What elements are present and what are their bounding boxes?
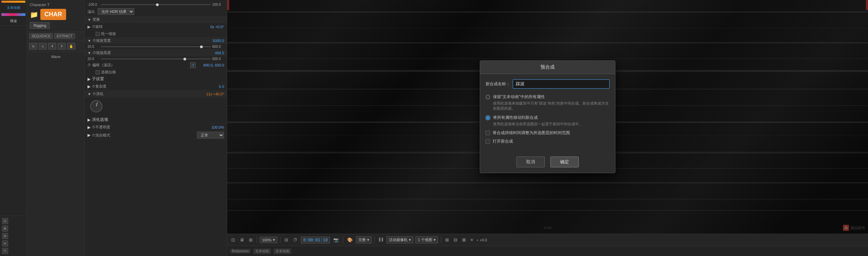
- evolution-options-expand-icon[interactable]: ▶: [87, 117, 91, 122]
- sidebar-item-text-anim[interactable]: 文本动画: [0, 3, 27, 13]
- tool-wave-icon[interactable]: ≋: [29, 43, 37, 50]
- scale-width-track[interactable]: [101, 46, 211, 47]
- toolbar-crop-icon[interactable]: ⊞: [248, 237, 254, 243]
- rigging-button[interactable]: Rigging: [30, 22, 50, 29]
- dialog-option1-sub: 使用此选项来创建其中只有"踩波 纯色"的新中间合成。新合成将成为当前图层的源。: [493, 101, 610, 111]
- blend-mode-expand-icon[interactable]: ▶: [87, 133, 91, 138]
- toolbar-grid4-icon[interactable]: ≡: [469, 237, 475, 243]
- opacity-label: 不透明度: [95, 125, 197, 130]
- toolbar-grid3-icon[interactable]: ⊠: [461, 237, 467, 243]
- opacity-expand-icon[interactable]: ▶: [87, 125, 91, 130]
- view-offset-checkbox[interactable]: [96, 70, 100, 74]
- camera-dropdown[interactable]: 活动摄像机 ▾: [387, 236, 413, 243]
- blend-mode-row: ▶ ⏱ 混合模式 正常: [85, 131, 227, 140]
- dialog-checkbox1[interactable]: [486, 131, 490, 135]
- timeline-item-1[interactable]: Bodymovin: [230, 249, 251, 253]
- dialog-name-input[interactable]: [513, 79, 610, 89]
- transform-arrow-icon: ▼: [87, 18, 91, 22]
- opacity-clock-icon: ⏱: [92, 125, 95, 129]
- dialog-checkbox2[interactable]: [486, 139, 490, 144]
- camera-value: 活动摄像机: [389, 237, 408, 242]
- blend-mode-dropdown[interactable]: 正常: [197, 132, 224, 139]
- cancel-button[interactable]: 取消: [516, 157, 545, 167]
- zoom-dropdown[interactable]: 100% ▾: [260, 237, 277, 243]
- scale-width-section-header[interactable]: ▼ ⏱ 缩放宽度 5000.0: [85, 37, 227, 44]
- quality-chevron-icon: ▾: [367, 238, 369, 242]
- tool-pin2-icon[interactable]: ↟: [58, 43, 66, 50]
- offset-display: + +0.0: [476, 238, 487, 242]
- wave-label: Wave: [30, 55, 82, 59]
- slider-thumb[interactable]: [156, 3, 159, 6]
- toolbar-sep-4: [374, 237, 375, 243]
- dialog-checkbox2-label: 打开新合成: [493, 139, 513, 144]
- scale-height-track[interactable]: [101, 58, 211, 59]
- color-strip-gradient: [1, 13, 25, 16]
- transform-label: 变换: [93, 17, 100, 22]
- main-content: ⊙ icn 预合成 新合成名称：: [227, 0, 868, 256]
- tool-curve-icon[interactable]: ∿: [39, 43, 47, 50]
- tool-grab-icon[interactable]: ✋: [67, 43, 75, 50]
- view-count-value: 1 个视图: [418, 237, 432, 242]
- sub-settings-expand-icon[interactable]: ▶: [87, 77, 91, 81]
- dialog-title: 预合成: [480, 61, 615, 74]
- sidebar-item-noise[interactable]: 噪波: [0, 17, 27, 26]
- evolution-value: 11x +40.0°: [206, 92, 224, 96]
- timeline-item-2[interactable]: 文本动画: [253, 249, 271, 254]
- dialog-option2-row: 将所有属性移动到新合成 使用此选项将当前所选图层一起置于新的中间合成中。: [486, 115, 610, 127]
- timeline-item-3[interactable]: 文本动画: [274, 249, 291, 254]
- scale-height-section-header[interactable]: ▼ ⏱ 缩放高度 488.5: [85, 49, 227, 56]
- scale-width-clock-icon: ⏱: [93, 39, 96, 42]
- quality-dropdown[interactable]: 完整 ▾: [356, 236, 372, 243]
- scale-width-thumb[interactable]: [200, 45, 203, 48]
- unified-scale-checkbox[interactable]: [96, 32, 100, 36]
- complexity-expand-icon[interactable]: ▶: [87, 84, 91, 89]
- evolution-section-header[interactable]: ▼ ⏱ 演化 11x +40.0°: [85, 90, 227, 97]
- wave-section: Wave: [27, 52, 84, 61]
- confirm-button[interactable]: 确定: [550, 157, 579, 167]
- view-count-dropdown[interactable]: 1 个视图 ▾: [415, 236, 438, 243]
- evolution-options-label: 演化选项: [92, 117, 108, 123]
- toolbar-grid1-icon[interactable]: ⊞: [444, 237, 450, 243]
- toolbar-camera-small-icon[interactable]: 📷: [332, 237, 340, 243]
- dialog-footer: 取消 确定: [480, 152, 615, 173]
- toolbar-square-icon[interactable]: ⊡: [230, 237, 236, 243]
- rotate-value: 0x +0.0°: [197, 25, 224, 29]
- toolbar-sep-3: [343, 237, 343, 243]
- dialog-option2-radio[interactable]: [486, 115, 490, 120]
- sidebar-tool-5[interactable]: ✎: [2, 248, 8, 254]
- toolbar-monitor-icon[interactable]: 🖥: [238, 237, 245, 243]
- dialog-option1-text: 保留"文本动画"中的所有属性 使用此选项来创建其中只有"踩波 纯色"的新中间合成…: [493, 94, 610, 111]
- dialog-checkbox2-row: 打开新合成: [486, 139, 610, 144]
- overflow-dropdown[interactable]: 允许 HDR 结果: [98, 8, 134, 15]
- sequence-button[interactable]: SEQUENCE: [29, 33, 53, 39]
- rotate-expand-icon[interactable]: ▶: [87, 24, 91, 29]
- bottom-toolbar: ⊡ 🖥 ⊞ 100% ▾ ⊟ ⏱ 0:00:01:10 📷 🎨 完整 ▾ 🎞 活…: [227, 234, 868, 246]
- sidebar-tool-2[interactable]: ⊞: [2, 225, 8, 232]
- toolbar-palette-icon[interactable]: 🎨: [346, 237, 354, 243]
- toolbar-resize-icon[interactable]: ⊟: [283, 237, 290, 243]
- slider-track[interactable]: [101, 4, 211, 5]
- camera-chevron-icon: ▾: [409, 238, 411, 242]
- evolution-dial[interactable]: [90, 100, 102, 112]
- toolbar-film-icon[interactable]: 🎞: [377, 237, 384, 243]
- evolution-label: 演化: [96, 91, 103, 96]
- scale-height-thumb[interactable]: [183, 58, 186, 60]
- sidebar-tool-4[interactable]: ≋: [2, 240, 8, 246]
- toolbar-grid2-icon[interactable]: ⊟: [452, 237, 459, 243]
- dialog-option1-radio[interactable]: [486, 95, 490, 99]
- toolbar-time-icon[interactable]: ⏱: [292, 237, 299, 243]
- tool-pin1-icon[interactable]: ↟: [48, 43, 56, 50]
- sidebar-tool-1[interactable]: ⊡: [2, 218, 8, 224]
- transform-section-header[interactable]: ▼ 变换: [85, 16, 227, 23]
- sidebar-tool-3[interactable]: ⊟: [2, 233, 8, 239]
- blend-mode-label: 混合模式: [95, 133, 197, 138]
- view-count-chevron-icon: ▾: [434, 238, 436, 242]
- overflow-label: 溢出: [87, 9, 95, 14]
- slider-min: -100.0: [87, 3, 99, 6]
- offset-cycle-btn[interactable]: ↺: [190, 62, 196, 68]
- offset-row: ⏱ 偏移（湍流） ↺ 800.0, 600.0: [85, 61, 227, 69]
- scale-height-value: 488.5: [215, 51, 224, 55]
- extract-button[interactable]: EXTRACT: [54, 33, 75, 39]
- sub-settings-row: ▶ 子设置: [85, 75, 227, 83]
- unified-scale-label: 统一缩放: [101, 31, 116, 36]
